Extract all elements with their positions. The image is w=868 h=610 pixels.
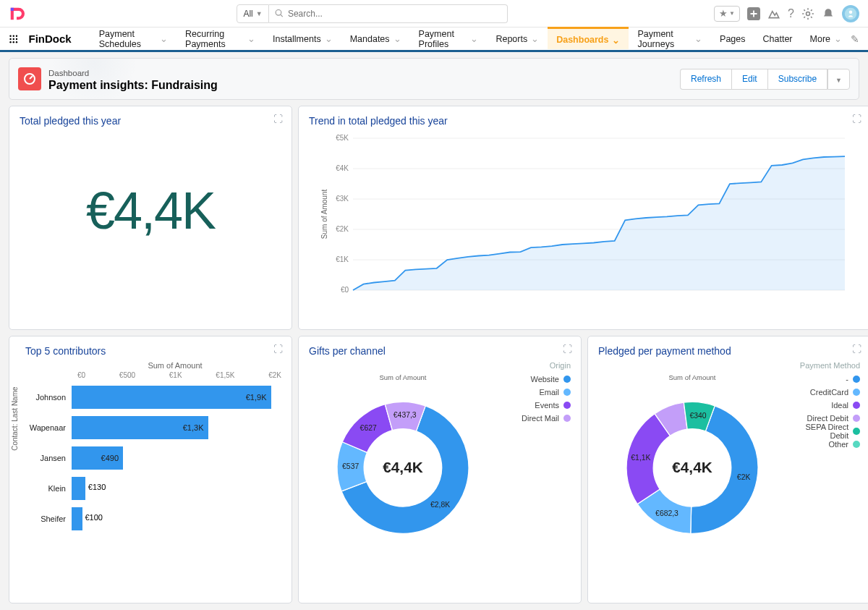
bar-value: €1,3K: [183, 423, 204, 432]
gear-icon[interactable]: [801, 7, 814, 20]
svg-point-13: [13, 41, 14, 43]
search-input[interactable]: [288, 9, 501, 19]
svg-text:€2K: €2K: [336, 225, 349, 233]
svg-text:€537: €537: [342, 462, 359, 470]
chevron-down-icon: ⌄: [393, 33, 401, 44]
bar-row: Wapenaar€1,3K: [25, 412, 281, 443]
chevron-down-icon: ⌄: [694, 33, 702, 44]
help-icon[interactable]: ?: [788, 7, 794, 20]
legend-title: Payment Method: [786, 361, 860, 370]
svg-point-3: [807, 12, 810, 15]
chevron-down-icon: ⌄: [325, 33, 333, 44]
svg-text:€627: €627: [360, 424, 377, 432]
svg-text:€4K: €4K: [336, 164, 349, 172]
legend-label: SEPA Direct Debit: [786, 423, 848, 440]
svg-text:€1K: €1K: [336, 255, 349, 263]
legend-swatch: [563, 376, 571, 383]
dashboard-header: Dashboard Payment insights: Fundraising …: [9, 58, 859, 100]
bar-label: Sheifer: [25, 514, 72, 523]
bar-label: Johnson: [25, 393, 72, 402]
nav-chatter[interactable]: Chatter: [754, 27, 801, 50]
legend-swatch: [853, 402, 860, 409]
nav-more[interactable]: More⌄: [801, 27, 851, 50]
gifts-legend: Origin WebsiteEmailEventsDirect Mail: [497, 361, 571, 549]
card-trend: Trend in total pledged this year ⛶ €0€1K…: [298, 106, 868, 330]
legend-swatch: [563, 389, 571, 396]
expand-icon[interactable]: ⛶: [852, 114, 861, 124]
svg-text:€682,3: €682,3: [655, 509, 678, 517]
legend-label: CreditCard: [810, 388, 848, 397]
app-nav: FinDock Payment Schedules⌄ Recurring Pay…: [0, 27, 868, 52]
legend-item: Direct Mail: [497, 412, 571, 425]
svg-text:€4,4K: €4,4K: [383, 459, 423, 475]
nav-payment-journeys[interactable]: Payment Journeys⌄: [629, 27, 711, 50]
nav-installments[interactable]: Installments⌄: [264, 27, 341, 50]
expand-icon[interactable]: ⛶: [273, 344, 283, 355]
favorites-button[interactable]: ★▼: [714, 6, 740, 22]
legend-label: Ideal: [831, 401, 848, 410]
plus-icon[interactable]: [747, 7, 760, 20]
refresh-button[interactable]: Refresh: [680, 69, 731, 90]
more-actions-button[interactable]: ▼: [827, 69, 850, 90]
legend-item: Email: [497, 386, 571, 399]
svg-point-6: [9, 35, 11, 36]
card-title: Gifts per channel: [309, 345, 571, 357]
search-scope-selector[interactable]: All ▼: [237, 4, 268, 23]
bar-label: Jansen: [25, 454, 72, 462]
chevron-down-icon: ⌄: [247, 33, 255, 44]
chart-subtitle: Sum of Amount: [69, 361, 281, 370]
top5-bars: Johnson€1,9KWapenaar€1,3KJansen€490Klein…: [25, 382, 281, 534]
nav-dashboards[interactable]: Dashboards⌄: [548, 27, 629, 49]
header-eyebrow: Dashboard: [48, 69, 89, 77]
bar-row: Sheifer€100: [25, 504, 281, 534]
svg-text:€3K: €3K: [336, 195, 349, 203]
svg-text:€1,1K: €1,1K: [631, 454, 650, 462]
nav-reports[interactable]: Reports⌄: [487, 27, 548, 50]
pm-donut-chart: Sum of Amount€2K€682,3€1,1K€340€4,4K: [598, 361, 786, 549]
svg-text:€340: €340: [689, 412, 706, 420]
legend-item: Website: [497, 373, 571, 386]
chevron-down-icon: ▼: [835, 77, 842, 84]
avatar[interactable]: [842, 5, 859, 22]
app-launcher-icon[interactable]: [9, 33, 19, 46]
bar-value: €490: [101, 454, 119, 462]
svg-point-7: [13, 35, 14, 36]
bar-value: €1,9K: [246, 393, 267, 402]
page-title: Payment insights: Fundraising: [48, 79, 218, 92]
legend-swatch: [853, 389, 860, 396]
top5-y-label: Contact: Last Name: [11, 387, 19, 451]
legend-swatch: [563, 402, 571, 409]
nav-pages[interactable]: Pages: [711, 27, 754, 50]
card-gifts-per-channel: Gifts per channel ⛶ Sum of Amount€2,8K€5…: [298, 336, 582, 603]
svg-text:€0: €0: [341, 286, 349, 294]
edit-nav-icon[interactable]: ✎: [851, 33, 859, 45]
nav-payment-profiles[interactable]: Payment Profiles⌄: [410, 27, 488, 50]
nav-mandates[interactable]: Mandates⌄: [341, 27, 410, 50]
expand-icon[interactable]: ⛶: [273, 114, 283, 124]
subscribe-button[interactable]: Subscribe: [767, 69, 827, 90]
legend-label: Other: [828, 440, 848, 449]
bell-icon[interactable]: [822, 7, 835, 20]
edit-button[interactable]: Edit: [731, 69, 767, 90]
svg-text:€2K: €2K: [737, 473, 751, 481]
app-logo: [9, 6, 25, 22]
chevron-down-icon: ⌄: [834, 33, 842, 44]
dashboard-grid: Total pledged this year ⛶ €4,4K Trend in…: [0, 106, 868, 610]
expand-icon[interactable]: ⛶: [852, 344, 861, 355]
card-total-pledged: Total pledged this year ⛶ €4,4K: [9, 106, 292, 330]
svg-text:Sum of Amount: Sum of Amount: [668, 373, 715, 381]
bar-label: Wapenaar: [25, 423, 72, 432]
expand-icon[interactable]: ⛶: [563, 344, 572, 355]
card-title: Total pledged this year: [20, 115, 281, 127]
card-title: Pledged per payment method: [598, 345, 860, 357]
legend-item: -: [786, 373, 860, 386]
card-title: Top 5 contributors: [25, 345, 281, 357]
legend-item: SEPA Direct Debit: [786, 425, 860, 438]
legend-label: Direct Mail: [522, 414, 559, 423]
nav-payment-schedules[interactable]: Payment Schedules⌄: [90, 27, 176, 50]
legend-title: Origin: [497, 361, 571, 370]
search-scope-label: All: [243, 9, 252, 19]
trailhead-icon[interactable]: [767, 7, 780, 20]
nav-recurring-payments[interactable]: Recurring Payments⌄: [176, 27, 264, 50]
global-search[interactable]: [269, 4, 508, 23]
